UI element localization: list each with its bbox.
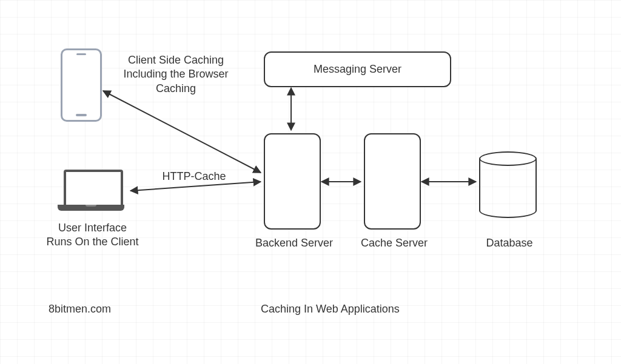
client-caching-label: Client Side Caching Including the Browse… <box>112 53 240 96</box>
backend-server-label: Backend Server <box>252 236 337 250</box>
laptop-label: User Interface Runs On the Client <box>39 221 146 250</box>
backend-server-box <box>264 133 321 230</box>
diagram-title: Caching In Web Applications <box>261 303 400 316</box>
diagram-canvas: Client Side Caching Including the Browse… <box>0 0 621 364</box>
http-cache-label: HTTP-Cache <box>155 170 233 184</box>
messaging-server-label: Messaging Server <box>265 53 450 86</box>
database-label: Database <box>473 236 546 250</box>
attribution: 8bitmen.com <box>49 303 111 316</box>
phone-icon <box>61 48 102 122</box>
laptop-icon <box>58 170 124 218</box>
cache-server-box <box>364 133 421 230</box>
cache-server-label: Cache Server <box>358 236 431 250</box>
database-icon <box>479 151 537 218</box>
messaging-server-box: Messaging Server <box>264 51 451 87</box>
arrow-phone-backend <box>103 91 261 173</box>
